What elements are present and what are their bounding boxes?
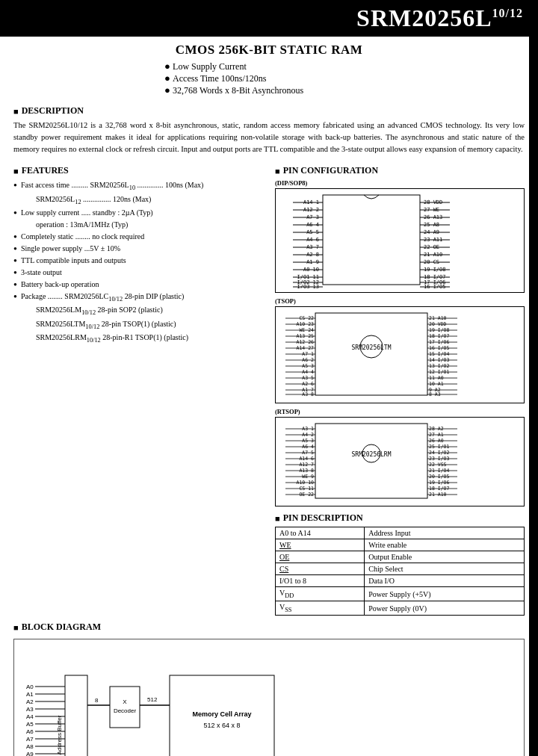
pin-row-6: VDD Power Supply (+5V): [276, 587, 525, 601]
svg-text:WE 9: WE 9: [302, 474, 314, 480]
svg-text:Memory Cell Array: Memory Cell Array: [192, 710, 251, 718]
tsop-svg: SRM20256LTM CS 22 A10 23 WE 24 A13: [278, 309, 522, 399]
svg-text:18 I/O7: 18 I/O7: [429, 333, 449, 339]
svg-text:A4: A4: [26, 713, 34, 720]
svg-text:A0 10: A0 10: [303, 267, 319, 273]
svg-text:A8: A8: [26, 743, 34, 750]
svg-text:A3 1: A3 1: [302, 426, 314, 432]
svg-text:A2: A2: [26, 698, 34, 705]
block-diagram-heading: BLOCK DIAGRAM: [13, 622, 525, 633]
svg-text:A5  3: A5 3: [302, 363, 314, 369]
svg-text:A7: A7: [26, 736, 34, 743]
block-diagram-svg: A0 A1 A2 A3 A4 A5 A6 A7 A8 A9: [20, 645, 518, 756]
svg-text:8 A3: 8 A3: [429, 391, 441, 397]
svg-text:A7  1: A7 1: [302, 351, 314, 357]
svg-text:23 A11: 23 A11: [424, 237, 442, 243]
svg-text:A1: A1: [26, 691, 34, 698]
svg-text:Decoder: Decoder: [114, 707, 137, 714]
svg-text:A13 25: A13 25: [297, 333, 315, 339]
pin-desc-2: Write enable: [365, 539, 525, 551]
pin-desc-5: Data I/O: [365, 575, 525, 587]
svg-text:18 I/O7: 18 I/O7: [429, 486, 449, 492]
svg-text:SRM20256LRM: SRM20256LRM: [352, 451, 392, 458]
pin-name-5: I/O1 to 8: [276, 575, 365, 587]
feature-5: TTL compatible inputs and outputs: [13, 255, 268, 267]
svg-text:19 I/O8: 19 I/O8: [424, 267, 446, 273]
feature-2b: operation : 13mA/1MHz (Typ): [13, 219, 268, 231]
feature-7: Battery back-up operation: [13, 279, 268, 291]
svg-text:24 I/O2: 24 I/O2: [429, 450, 449, 456]
svg-text:10 A1: 10 A1: [429, 381, 444, 387]
rtsop-label: (RTSOP): [275, 408, 525, 415]
pin-name-7: VSS: [276, 601, 365, 616]
svg-text:A4 2: A4 2: [302, 432, 314, 438]
dip-diagram: A14 1 A12 2 A7 3 A6 4 A5 5 A4 6 A3 7 A2 …: [275, 188, 525, 293]
pin-desc-3: Output Enable: [365, 551, 525, 563]
subtitle-main: CMOS 256K-BIT STATIC RAM: [0, 43, 538, 58]
pin-desc-heading: PIN DESCRIPTION: [275, 512, 525, 524]
svg-text:A2  8: A2 8: [306, 252, 319, 258]
svg-text:21 I/O4: 21 I/O4: [429, 468, 449, 474]
feature-1: Fast access time ......... SRM20256L10 .…: [13, 179, 268, 193]
col-right: PIN CONFIGURATION (DIP/SOP8): [275, 159, 525, 616]
svg-text:512: 512: [147, 696, 158, 703]
svg-text:A6  4: A6 4: [306, 222, 319, 228]
feature-6: 3-state output: [13, 267, 268, 279]
svg-text:17 I/O6: 17 I/O6: [429, 339, 449, 345]
svg-text:16 I/O5: 16 I/O5: [429, 345, 449, 351]
pin-desc-7: Power Supply (0V): [365, 601, 525, 616]
svg-text:A12 2: A12 2: [303, 207, 319, 213]
right-sidebar: [529, 0, 538, 756]
svg-text:26 A0: 26 A0: [429, 438, 444, 444]
pin-row-7: VSS Power Supply (0V): [276, 601, 525, 616]
features-heading: FEATURES: [13, 165, 268, 176]
pin-desc-4: Chip Select: [365, 563, 525, 575]
svg-text:A14 27: A14 27: [297, 345, 315, 351]
svg-text:21 A10: 21 A10: [424, 252, 442, 258]
pin-desc-6: Power Supply (+5V): [365, 587, 525, 601]
svg-text:A3: A3: [26, 706, 34, 713]
rtsop-diagram: SRM20256LRM A3 1: [275, 417, 525, 506]
svg-text:22 OE: 22 OE: [424, 244, 439, 250]
svg-text:28 A2: 28 A2: [429, 426, 444, 432]
rtsop-svg: SRM20256LRM A3 1: [278, 420, 522, 502]
dip-svg: A14 1 A12 2 A7 3 A6 4 A5 5 A4 6 A3 7 A2 …: [278, 191, 522, 288]
feature-8c: SRM20256LTM10/12 28-pin TSOP(1) (plastic…: [13, 318, 268, 332]
pin-name-1: A0 to A14: [276, 527, 365, 539]
svg-text:X: X: [123, 698, 127, 705]
block-diagram-area: A0 A1 A2 A3 A4 A5 A6 A7 A8 A9: [13, 639, 525, 756]
svg-text:25 I/O1: 25 I/O1: [429, 444, 449, 450]
pin-config-heading: PIN CONFIGURATION: [275, 165, 525, 176]
svg-text:23 I/O3: 23 I/O3: [429, 456, 449, 462]
svg-rect-115: [315, 424, 427, 498]
pin-row-2: WE Write enable: [276, 539, 525, 551]
chip-title: SRM20256L10/12: [356, 4, 523, 31]
feature-3: Completely static ........ no clock requ…: [13, 231, 268, 243]
svg-rect-196: [65, 675, 87, 756]
chip-version: 10/12: [492, 7, 523, 19]
svg-text:A6 4: A6 4: [302, 444, 314, 450]
svg-text:A2  6: A2 6: [302, 381, 314, 387]
dip-label: (DIP/SOP8): [275, 179, 525, 187]
svg-text:A7  3: A7 3: [306, 214, 319, 220]
svg-text:25 A8: 25 A8: [424, 222, 439, 228]
two-col-section: FEATURES Fast access time ......... SRM2…: [13, 159, 525, 616]
pin-row-3: OE Output Enable: [276, 551, 525, 563]
svg-text:A4  4: A4 4: [302, 369, 314, 375]
svg-text:A9: A9: [26, 751, 34, 756]
svg-text:15 I/O4: 15 I/O4: [429, 351, 449, 357]
svg-text:A6: A6: [26, 728, 34, 735]
svg-text:OE 22: OE 22: [299, 492, 314, 498]
chip-name: SRM20256L: [356, 4, 492, 31]
svg-text:8: 8: [95, 697, 99, 704]
tsop-diagram: SRM20256LTM CS 22 A10 23 WE 24 A13: [275, 306, 525, 403]
svg-text:21 A10: 21 A10: [429, 315, 447, 321]
pin-name-6: VDD: [276, 587, 365, 601]
svg-text:A3  5: A3 5: [302, 375, 314, 381]
svg-text:SRM20256LTM: SRM20256LTM: [352, 344, 392, 351]
feature-8: Package ........ SRM20256LC10/12 28-pin …: [13, 291, 268, 304]
tsop-label: (TSOP): [275, 297, 525, 305]
svg-text:19 I/O8: 19 I/O8: [429, 327, 449, 333]
svg-text:A1  9: A1 9: [306, 259, 319, 265]
svg-text:24 A9: 24 A9: [424, 229, 439, 235]
